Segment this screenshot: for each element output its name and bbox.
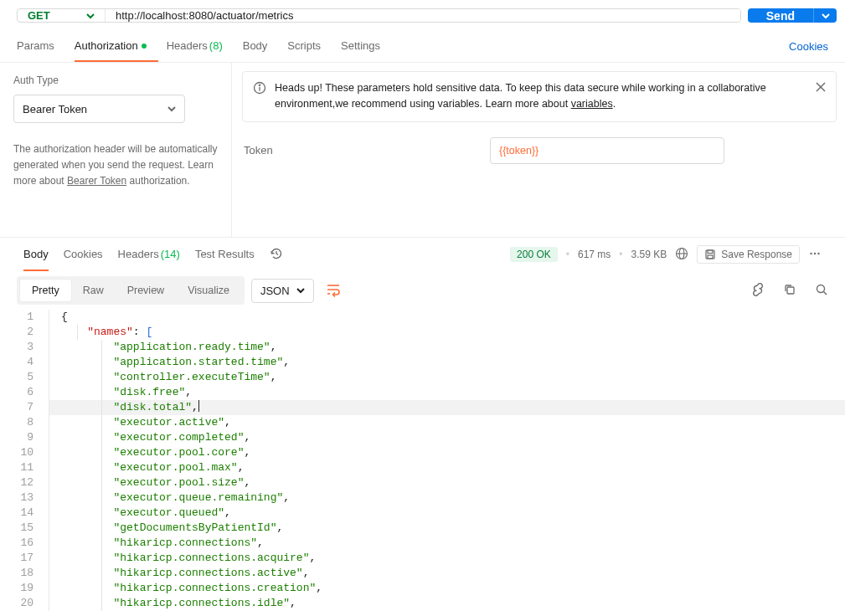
bearer-token-link[interactable]: Bearer Token	[67, 175, 126, 187]
svg-rect-16	[787, 287, 794, 294]
resp-headers-count: (14)	[161, 248, 180, 260]
url-bar: GET Send	[0, 0, 845, 31]
view-preview[interactable]: Preview	[116, 280, 176, 301]
response-body-viewer[interactable]: 1234567891011121314151617181920 { "names…	[0, 310, 845, 611]
tab-label: Authorization	[75, 39, 138, 52]
chevron-down-icon	[167, 105, 176, 113]
body-action-icons	[751, 283, 828, 299]
svg-line-18	[824, 291, 827, 295]
tab-body[interactable]: Body	[243, 31, 280, 62]
resp-tab-headers[interactable]: Headers (14)	[118, 238, 180, 271]
format-select[interactable]: JSON	[251, 279, 314, 303]
send-button-group: Send	[748, 8, 837, 23]
chevron-down-icon	[822, 12, 830, 20]
request-tabs: Params Authorization Headers (8) Body Sc…	[0, 31, 845, 63]
resp-tab-cookies[interactable]: Cookies	[64, 238, 103, 271]
view-raw[interactable]: Raw	[71, 280, 116, 301]
status-size: 3.59 KB	[631, 249, 667, 260]
wrap-lines-button[interactable]	[321, 277, 346, 305]
tab-label: Headers	[118, 248, 159, 260]
format-value: JSON	[260, 285, 290, 297]
history-icon[interactable]	[270, 247, 283, 263]
info-text: Heads up! These parameters hold sensitiv…	[275, 80, 807, 113]
variables-link[interactable]: variables	[571, 98, 613, 110]
svg-point-11	[810, 252, 812, 254]
more-icon[interactable]	[808, 247, 822, 263]
view-mode-segment: Pretty Raw Preview Visualize	[17, 276, 245, 305]
info-icon	[253, 81, 266, 97]
tab-authorization[interactable]: Authorization	[75, 31, 158, 62]
response-status: 200 OK • 617 ms • 3.59 KB Save Response	[510, 245, 822, 264]
copy-icon[interactable]	[783, 283, 796, 299]
auth-type-select[interactable]: Bearer Token	[13, 95, 185, 123]
auth-type-value: Bearer Token	[23, 103, 87, 116]
line-gutter: 1234567891011121314151617181920	[0, 310, 49, 611]
resp-tab-body[interactable]: Body	[23, 238, 49, 271]
search-icon[interactable]	[815, 283, 828, 299]
tab-params[interactable]: Params	[17, 31, 66, 62]
resp-tab-test-results[interactable]: Test Results	[195, 238, 255, 271]
save-response-button[interactable]: Save Response	[697, 245, 800, 264]
link-icon[interactable]	[751, 283, 765, 299]
method-value: GET	[28, 9, 50, 22]
auth-config-panel: Heads up! These parameters hold sensitiv…	[232, 63, 845, 237]
chevron-down-icon	[296, 286, 305, 295]
active-dot-icon	[142, 44, 147, 49]
body-controls: Pretty Raw Preview Visualize JSON	[0, 271, 845, 310]
view-pretty[interactable]: Pretty	[20, 280, 71, 301]
status-code: 200 OK	[510, 247, 558, 262]
svg-rect-9	[708, 250, 713, 254]
svg-point-13	[817, 252, 819, 254]
method-select[interactable]: GET	[18, 9, 106, 22]
cookies-link[interactable]: Cookies	[789, 40, 828, 53]
send-button-dropdown[interactable]	[813, 8, 837, 23]
authorization-panel: Auth Type Bearer Token The authorization…	[0, 63, 845, 238]
auth-type-label: Auth Type	[13, 74, 218, 86]
network-icon[interactable]	[675, 247, 688, 263]
save-response-label: Save Response	[721, 249, 792, 260]
headers-count: (8)	[209, 39, 223, 52]
status-time: 617 ms	[578, 249, 611, 260]
tab-scripts[interactable]: Scripts	[287, 31, 332, 62]
tab-label: Headers	[167, 39, 208, 52]
view-visualize[interactable]: Visualize	[176, 280, 241, 301]
url-input[interactable]	[106, 9, 740, 22]
close-icon[interactable]	[816, 82, 826, 95]
auth-description: The authorization header will be automat…	[13, 141, 218, 190]
svg-point-17	[817, 285, 825, 292]
token-row: Token	[242, 122, 837, 164]
svg-point-12	[814, 252, 816, 254]
svg-rect-10	[708, 255, 713, 259]
send-button[interactable]: Send	[748, 8, 813, 23]
method-url-group: GET	[17, 8, 741, 23]
code-content: { "names": [ "application.ready.time", "…	[49, 310, 845, 611]
save-icon	[704, 249, 716, 260]
tab-headers[interactable]: Headers (8)	[167, 31, 234, 62]
info-banner: Heads up! These parameters hold sensitiv…	[242, 71, 837, 122]
svg-point-2	[259, 85, 260, 85]
tab-settings[interactable]: Settings	[341, 31, 392, 62]
token-label: Token	[244, 144, 490, 157]
response-tabs: Body Cookies Headers (14) Test Results 2…	[0, 238, 845, 271]
token-input[interactable]	[490, 137, 724, 164]
auth-type-panel: Auth Type Bearer Token The authorization…	[0, 63, 232, 237]
chevron-down-icon	[86, 12, 95, 20]
